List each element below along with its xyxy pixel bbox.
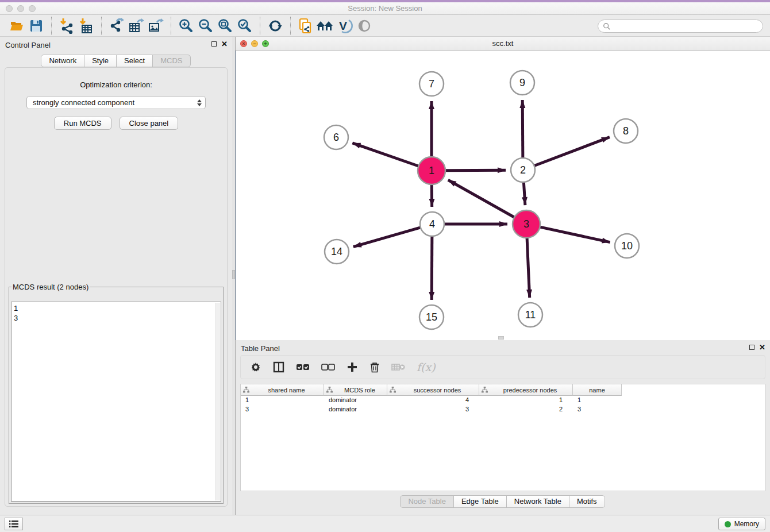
run-mcds-button[interactable]: Run MCDS	[54, 117, 111, 130]
task-history-button[interactable]	[5, 518, 23, 530]
close-panel-icon[interactable]: ✕	[221, 41, 228, 47]
toolbar-separator	[260, 17, 260, 35]
toolbar-separator	[171, 17, 171, 35]
search-input[interactable]	[611, 21, 763, 32]
save-session-icon[interactable]	[26, 17, 46, 34]
mcds-result-list[interactable]: 13	[11, 302, 221, 502]
mcds-result-title: MCDS result (2 nodes)	[11, 283, 90, 291]
application-window: Session: New Session	[0, 0, 770, 532]
function-builder-icon[interactable]: f(x)	[417, 361, 436, 373]
network-homes-icon[interactable]	[315, 17, 335, 34]
tab-select[interactable]: Select	[116, 55, 153, 67]
zoom-out-icon[interactable]	[196, 17, 215, 34]
cell-shared-name[interactable]: 3	[241, 405, 324, 414]
graph-edge-2-8[interactable]	[533, 137, 610, 167]
import-network-icon[interactable]	[57, 17, 76, 34]
close-panel-button[interactable]: Close panel	[120, 117, 179, 130]
graphics-details-toggle-icon[interactable]	[355, 17, 374, 34]
divider-grab-handle[interactable]	[232, 270, 235, 279]
float-table-panel-icon[interactable]	[749, 345, 754, 350]
cell-name[interactable]: 1	[573, 396, 622, 405]
graph-edge-2-3[interactable]	[523, 181, 525, 205]
graph-edge-4-15[interactable]	[432, 235, 432, 300]
search-icon	[603, 22, 611, 30]
tab-node-table[interactable]: Node Table	[400, 495, 454, 508]
cell-successor-nodes[interactable]: 4	[387, 396, 479, 405]
show-columns-icon[interactable]	[273, 361, 284, 373]
graph-node-label-14: 14	[331, 246, 342, 257]
zoom-in-icon[interactable]	[176, 17, 196, 34]
deselect-all-checkboxes-icon[interactable]	[321, 363, 335, 371]
graph-edge-4-14[interactable]	[353, 227, 422, 246]
open-session-icon[interactable]	[7, 17, 26, 34]
graph-edge-2-9[interactable]	[522, 100, 523, 159]
visual-style-toggle-icon[interactable]: V	[335, 17, 355, 34]
column-header-MCDS-role[interactable]: MCDS role	[324, 384, 387, 396]
mcds-panel: Optimization criterion: strongly connect…	[5, 67, 228, 507]
cell-shared-name[interactable]: 1	[241, 396, 324, 405]
table-header-row: shared nameMCDS rolesuccessor nodesprede…	[241, 384, 765, 396]
window-title: Session: New Session	[0, 4, 770, 13]
refresh-view-icon[interactable]	[265, 17, 285, 34]
delete-column-icon[interactable]	[369, 361, 380, 373]
column-type-icon	[243, 387, 249, 393]
canvas-resize-handle[interactable]	[498, 336, 504, 340]
zoom-selected-icon[interactable]	[235, 17, 255, 34]
column-header-shared-name[interactable]: shared name	[241, 384, 324, 396]
graph-edge-3-1[interactable]	[448, 180, 515, 218]
graph-node-label-3: 3	[523, 218, 529, 230]
cell-name[interactable]: 3	[573, 405, 622, 414]
memory-button[interactable]: Memory	[718, 518, 765, 530]
select-all-checkboxes-icon[interactable]	[296, 363, 310, 371]
table-toolbar: f(x)	[240, 355, 765, 379]
tab-edge-table[interactable]: Edge Table	[453, 495, 507, 508]
toolbar-separator	[290, 17, 291, 35]
graph-edge-1-2[interactable]	[444, 170, 506, 171]
search-field	[598, 20, 763, 33]
dropdown-stepper-icon	[197, 99, 202, 106]
optimization-criterion-label: Optimization criterion:	[5, 80, 227, 89]
export-table-icon[interactable]	[126, 17, 146, 34]
import-table-icon[interactable]	[76, 17, 96, 34]
cell-predecessor-nodes[interactable]: 2	[479, 405, 573, 414]
network-canvas[interactable]: 7968124314101511	[236, 51, 770, 340]
control-panel: Control Panel ✕ NetworkStyleSelectMCDS O…	[0, 37, 232, 515]
export-image-icon[interactable]	[146, 17, 165, 34]
export-network-icon[interactable]	[107, 17, 126, 34]
table-row[interactable]: 3dominator323	[241, 405, 765, 414]
control-panel-title: Control Panel	[5, 41, 51, 49]
dropdown-value: strongly connected component	[33, 98, 197, 107]
tab-network[interactable]: Network	[41, 55, 84, 67]
close-table-panel-icon[interactable]: ✕	[759, 344, 765, 350]
graph-edge-3-10[interactable]	[538, 227, 610, 242]
column-header-successor-nodes[interactable]: successor nodes	[387, 384, 479, 396]
column-header-name[interactable]: name	[573, 384, 622, 396]
tab-network-table[interactable]: Network Table	[506, 495, 569, 508]
column-header-predecessor-nodes[interactable]: predecessor nodes	[479, 384, 573, 396]
result-scrollbar[interactable]	[215, 303, 220, 500]
cell-MCDS-role[interactable]: dominator	[324, 396, 387, 405]
main-toolbar: V	[0, 15, 770, 37]
add-column-icon[interactable]	[346, 361, 358, 373]
tab-motifs[interactable]: Motifs	[569, 495, 605, 508]
float-panel-icon[interactable]	[211, 41, 217, 47]
copy-network-document-icon[interactable]	[296, 17, 315, 34]
table-row[interactable]: 1dominator411	[241, 396, 765, 405]
tab-style[interactable]: Style	[84, 55, 117, 67]
node-table: shared nameMCDS rolesuccessor nodesprede…	[240, 384, 765, 491]
column-type-icon	[390, 387, 396, 393]
graph-node-label-1: 1	[429, 165, 434, 176]
window-titlebar: Session: New Session	[0, 2, 770, 15]
cell-successor-nodes[interactable]: 3	[387, 405, 479, 414]
graph-edge-1-6[interactable]	[352, 143, 419, 167]
optimization-criterion-dropdown[interactable]: strongly connected component	[26, 96, 206, 109]
result-line: 3	[14, 313, 218, 323]
zoom-fit-icon[interactable]	[215, 17, 235, 34]
cell-predecessor-nodes[interactable]: 1	[479, 396, 573, 405]
delete-table-icon[interactable]	[391, 363, 405, 372]
graph-edge-3-11[interactable]	[527, 237, 530, 298]
column-settings-gear-icon[interactable]	[250, 361, 261, 373]
toolbar-separator	[51, 17, 52, 35]
tab-mcds[interactable]: MCDS	[152, 55, 190, 67]
cell-MCDS-role[interactable]: dominator	[324, 405, 387, 414]
